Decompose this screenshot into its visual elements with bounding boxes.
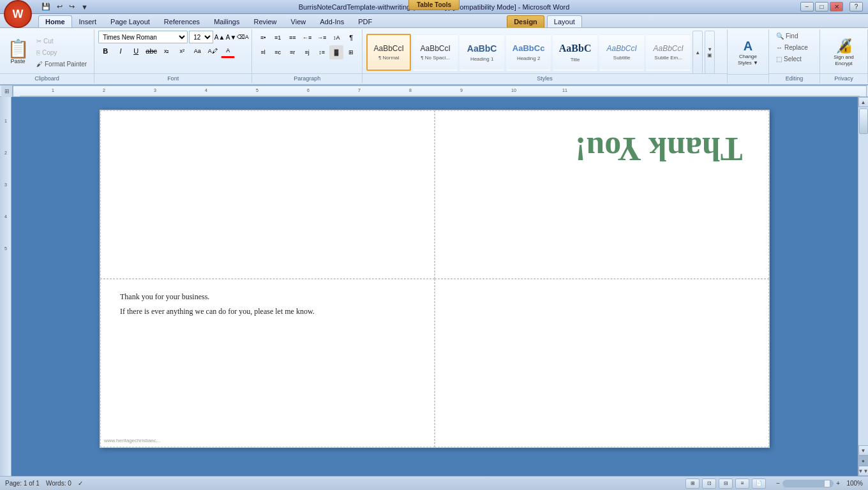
select-browse-object-button[interactable]: ● (858, 456, 869, 466)
document-area: 1 2 3 4 5 Thank You! Thank you for your … (0, 97, 868, 476)
change-styles-icon: A (744, 39, 752, 54)
select-button[interactable]: ⬚ Select (773, 54, 805, 64)
tab-mailings[interactable]: Mailings (207, 15, 246, 27)
find-button[interactable]: 🔍 Find (773, 31, 801, 41)
borders-button[interactable]: ⊞ (344, 45, 358, 59)
decrease-font-size-button[interactable]: A▼ (226, 32, 236, 42)
align-left-button[interactable]: ≡l (256, 45, 270, 59)
clear-format-button[interactable]: ⌫A (237, 32, 248, 42)
numbering-button[interactable]: ≡1 (271, 31, 285, 45)
watermark-url: www.heritagechristianc... (104, 438, 160, 443)
font-size-select[interactable]: 12 (189, 31, 213, 43)
subscript-button[interactable]: x₂ (160, 44, 174, 58)
font-family-select[interactable]: Times New Roman (98, 31, 188, 43)
bold-button[interactable]: B (98, 44, 112, 58)
scroll-track[interactable] (858, 107, 868, 445)
bullets-button[interactable]: ≡• (256, 31, 270, 45)
change-styles-button[interactable]: A ChangeStyles ▼ (730, 35, 767, 70)
italic-button[interactable]: I (114, 44, 128, 58)
scroll-thumb[interactable] (859, 108, 868, 134)
underline-button[interactable]: U (129, 44, 143, 58)
ribbon-tabs: Home Insert Page Layout References Maili… (0, 14, 868, 28)
style-heading2[interactable]: AaBbCc Heading 2 (506, 34, 551, 71)
font-color-button[interactable]: A (221, 44, 235, 58)
undo-button[interactable]: ↩ (55, 2, 64, 11)
horizontal-ruler: 1 2 3 4 5 6 7 8 9 10 11 (13, 85, 867, 97)
draft-view-button[interactable]: 📄 (752, 479, 766, 489)
save-button[interactable]: 💾 (40, 2, 52, 11)
customize-qat-button[interactable]: ▼ (79, 3, 90, 11)
tab-page-layout[interactable]: Page Layout (103, 15, 157, 27)
text-highlight-button[interactable]: A🖍 (206, 44, 220, 58)
tab-add-ins[interactable]: Add-Ins (313, 15, 351, 27)
style-subtitle[interactable]: AaBbCcI Subtitle (599, 34, 644, 71)
justify-button[interactable]: ≡j (300, 45, 314, 59)
show-formatting-button[interactable]: ¶ (344, 31, 358, 45)
office-button[interactable]: W (4, 0, 32, 28)
next-page-button[interactable]: ▼▼ (858, 466, 869, 476)
tab-review[interactable]: Review (246, 15, 283, 27)
copy-button[interactable]: ⎘ Copy (33, 47, 90, 58)
style-normal[interactable]: AaBbCcI ¶ Normal (366, 34, 411, 71)
svg-text:11: 11 (562, 88, 567, 93)
zoom-level[interactable]: 100% (842, 480, 863, 487)
multilevel-list-button[interactable]: ≡≡ (285, 31, 299, 45)
tab-design[interactable]: Design (507, 15, 544, 27)
align-center-button[interactable]: ≡c (271, 45, 285, 59)
sign-encrypt-button[interactable]: 🔏 Sign andEncrypt (823, 34, 865, 71)
zoom-slider[interactable] (782, 480, 834, 487)
tab-layout[interactable]: Layout (547, 15, 582, 27)
scroll-up-button[interactable]: ▲ (858, 97, 869, 107)
strikethrough-button[interactable]: abc (144, 44, 158, 58)
style-title[interactable]: AaBbC Title (553, 34, 597, 71)
document-scroll-area[interactable]: Thank You! Thank you for your business. … (11, 97, 858, 476)
minimize-button[interactable]: − (800, 2, 814, 11)
shading-button[interactable]: ▓ (329, 45, 343, 59)
help-button[interactable]: ? (849, 2, 863, 11)
replace-button[interactable]: ↔ Replace (773, 42, 811, 53)
ribbon-group-change-styles: A ChangeStyles ▼ (728, 29, 769, 83)
styles-scroll-down[interactable]: ▼▣ (705, 31, 715, 74)
close-button[interactable]: ✕ (830, 2, 843, 11)
cut-button[interactable]: ✂ Cut (33, 36, 90, 47)
align-right-button[interactable]: ≡r (285, 45, 299, 59)
paragraph-row-2: ≡l ≡c ≡r ≡j ↕≡ ▓ ⊞ (256, 45, 358, 59)
format-painter-button[interactable]: 🖌 Format Painter (33, 59, 90, 70)
web-layout-view-button[interactable]: ⊟ (719, 479, 733, 489)
redo-button[interactable]: ↪ (67, 2, 77, 11)
style-no-spacing[interactable]: AaBbCcI ¶ No Spaci... (413, 34, 458, 71)
outline-view-button[interactable]: ≡ (735, 479, 749, 489)
paste-button[interactable]: 📋 Paste (4, 33, 32, 71)
increase-font-size-button[interactable]: A▲ (214, 32, 225, 42)
change-case-button[interactable]: Aa (190, 44, 204, 58)
svg-text:3: 3 (154, 88, 156, 93)
tab-pdf[interactable]: PDF (351, 15, 379, 27)
svg-text:9: 9 (460, 88, 463, 93)
svg-text:8: 8 (409, 88, 412, 93)
zoom-out-button[interactable]: − (776, 480, 780, 487)
tab-home[interactable]: Home (38, 15, 72, 27)
print-layout-view-button[interactable]: ⊞ (685, 479, 700, 489)
decrease-indent-button[interactable]: ←≡ (300, 31, 314, 45)
line-spacing-button[interactable]: ↕≡ (315, 45, 329, 59)
tab-view[interactable]: View (284, 15, 313, 27)
styles-scroll-up[interactable]: ▲ (692, 31, 703, 74)
quadrant-bottom-left[interactable]: Thank you for your business. If there is… (100, 279, 435, 447)
vertical-ruler: 1 2 3 4 5 (0, 97, 11, 476)
svg-text:7: 7 (358, 88, 361, 93)
vertical-scrollbar[interactable]: ▲ ▼ ● ▼▼ (858, 97, 868, 476)
sort-button[interactable]: ↕A (329, 31, 343, 45)
tab-insert[interactable]: Insert (72, 15, 104, 27)
increase-indent-button[interactable]: →≡ (315, 31, 329, 45)
full-screen-view-button[interactable]: ⊡ (702, 479, 716, 489)
style-heading1[interactable]: AaBbC Heading 1 (460, 34, 504, 71)
ribbon-group-privacy: 🔏 Sign andEncrypt Privacy (820, 29, 868, 83)
scroll-down-button[interactable]: ▼ (858, 445, 869, 456)
tab-references[interactable]: References (157, 15, 207, 27)
maximize-button[interactable]: □ (815, 2, 828, 11)
ruler-corner[interactable]: ⊞ (1, 85, 13, 97)
zoom-in-button[interactable]: + (836, 480, 840, 487)
style-subtle-em[interactable]: AaBbCcI Subtle Em... (646, 34, 691, 71)
spell-check-icon[interactable]: ✓ (78, 480, 83, 487)
superscript-button[interactable]: x² (175, 44, 189, 58)
